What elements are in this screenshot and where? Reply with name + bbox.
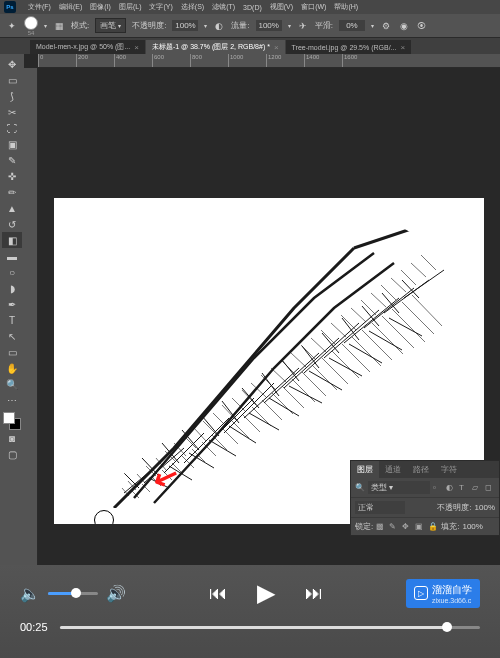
search-icon[interactable]: 🔍 (355, 483, 365, 493)
video-time: 00:25 (20, 621, 48, 633)
layer-opacity-label: 不透明度: (437, 502, 471, 513)
brush-panel-icon[interactable]: ▦ (53, 20, 65, 32)
brand-name: 溜溜自学 (432, 583, 472, 597)
stamp-tool[interactable]: ▲ (2, 200, 22, 216)
lock-pos-icon[interactable]: ✥ (402, 522, 412, 532)
fill-value[interactable]: 100% (462, 522, 482, 531)
menu-file[interactable]: 文件(F) (28, 2, 51, 12)
menu-help[interactable]: 帮助(H) (334, 2, 358, 12)
airbrush-icon[interactable]: ✈ (297, 20, 309, 32)
lock-label: 锁定: (355, 521, 373, 532)
edit-toolbar[interactable]: ⋯ (2, 392, 22, 408)
menu-select[interactable]: 选择(S) (181, 2, 204, 12)
close-icon[interactable]: × (274, 43, 279, 52)
menu-view[interactable]: 视图(V) (270, 2, 293, 12)
lock-artboard-icon[interactable]: ▣ (415, 522, 425, 532)
menu-type[interactable]: 文字(Y) (149, 2, 172, 12)
video-controls: 🔈 🔊 ⏮ ▶ ⏭ ▷ 溜溜自学 zixue.3d66.c 00:25 (0, 565, 500, 658)
tab-channels[interactable]: 通道 (379, 461, 407, 478)
heal-tool[interactable]: ✜ (2, 168, 22, 184)
menu-3d[interactable]: 3D(D) (243, 4, 262, 11)
brand-badge[interactable]: ▷ 溜溜自学 zixue.3d66.c (406, 579, 480, 608)
pen-tool[interactable]: ✒ (2, 296, 22, 312)
pressure-opacity-icon[interactable]: ◐ (213, 20, 225, 32)
chevron-down-icon[interactable]: ▾ (288, 22, 291, 29)
doc-tab-0[interactable]: Model-men-x.jpg @ 50% (图...× (30, 40, 145, 54)
doc-tab-2[interactable]: Tree-model.jpg @ 29.5% (RGB/...× (286, 40, 412, 54)
lock-trans-icon[interactable]: ▩ (376, 522, 386, 532)
volume-icon[interactable]: 🔊 (106, 584, 126, 603)
opacity-value[interactable]: 100% (172, 20, 198, 31)
volume-slider[interactable] (48, 592, 98, 595)
brand-url: zixue.3d66.c (432, 597, 472, 604)
quickmask-tool[interactable]: ◙ (2, 430, 22, 446)
color-swatch[interactable] (3, 412, 21, 430)
filter-type-icon[interactable]: T (459, 483, 469, 493)
fill-label: 填充: (441, 521, 459, 532)
filter-pixel-icon[interactable]: ▫ (433, 483, 443, 493)
layer-opacity-value[interactable]: 100% (475, 503, 495, 512)
lock-paint-icon[interactable]: ✎ (389, 522, 399, 532)
gradient-tool[interactable]: ▬ (2, 248, 22, 264)
blend-mode-select[interactable]: 正常 (355, 501, 405, 514)
path-tool[interactable]: ↖ (2, 328, 22, 344)
filter-type-select[interactable]: 类型 ▾ (368, 481, 430, 494)
smooth-options-icon[interactable]: ⚙ (380, 20, 392, 32)
filter-shape-icon[interactable]: ▱ (472, 483, 482, 493)
symmetry-icon[interactable]: ⦿ (416, 20, 428, 32)
eyedropper-tool[interactable]: ✎ (2, 152, 22, 168)
mode-label: 模式: (71, 20, 89, 31)
menu-layer[interactable]: 图层(L) (119, 2, 142, 12)
brush-size: 54 (28, 30, 35, 36)
mute-icon[interactable]: 🔈 (20, 584, 40, 603)
flow-label: 流量: (231, 20, 249, 31)
pressure-size-icon[interactable]: ◉ (398, 20, 410, 32)
tab-character[interactable]: 字符 (435, 461, 463, 478)
doc-tab-1[interactable]: 未标题-1 @ 38.7% (图层 2, RGB/8#) *× (146, 40, 285, 54)
lock-all-icon[interactable]: 🔒 (428, 522, 438, 532)
mode-select[interactable]: 画笔▾ (95, 18, 126, 33)
menu-filter[interactable]: 滤镜(T) (212, 2, 235, 12)
smooth-value[interactable]: 0% (339, 20, 365, 31)
lasso-tool[interactable]: ⟆ (2, 88, 22, 104)
toolbox: ✥ ▭ ⟆ ✂ ⛶ ▣ ✎ ✜ ✏ ▲ ↺ ◧ ▬ ○ ◗ ✒ T ↖ ▭ ✋ … (0, 54, 24, 565)
type-tool[interactable]: T (2, 312, 22, 328)
move-tool[interactable]: ✥ (2, 56, 22, 72)
filter-smart-icon[interactable]: ◻ (485, 483, 495, 493)
crop-tool[interactable]: ⛶ (2, 120, 22, 136)
close-icon[interactable]: × (400, 43, 405, 52)
prev-button[interactable]: ⏮ (209, 583, 227, 604)
dodge-tool[interactable]: ◗ (2, 280, 22, 296)
flow-value[interactable]: 100% (256, 20, 282, 31)
close-icon[interactable]: × (134, 43, 139, 52)
brush-cursor (94, 510, 114, 524)
brush-preview[interactable] (24, 16, 38, 30)
smooth-label: 平滑: (315, 20, 333, 31)
hand-tool[interactable]: ✋ (2, 360, 22, 376)
marquee-tool[interactable]: ▭ (2, 72, 22, 88)
tab-layers[interactable]: 图层 (351, 461, 379, 478)
shape-tool[interactable]: ▭ (2, 344, 22, 360)
zoom-tool[interactable]: 🔍 (2, 376, 22, 392)
menu-image[interactable]: 图像(I) (90, 2, 111, 12)
frame-tool[interactable]: ▣ (2, 136, 22, 152)
tab-paths[interactable]: 路径 (407, 461, 435, 478)
quick-select-tool[interactable]: ✂ (2, 104, 22, 120)
brush-dropdown-icon[interactable]: ▾ (44, 22, 47, 29)
brand-logo-icon: ▷ (414, 586, 428, 600)
play-button[interactable]: ▶ (257, 579, 275, 607)
menu-window[interactable]: 窗口(W) (301, 2, 326, 12)
chevron-down-icon[interactable]: ▾ (371, 22, 374, 29)
tool-preset-icon[interactable]: ✦ (6, 20, 18, 32)
eraser-tool[interactable]: ◧ (2, 232, 22, 248)
menu-edit[interactable]: 编辑(E) (59, 2, 82, 12)
ruler-vertical (24, 68, 38, 565)
brush-tool[interactable]: ✏ (2, 184, 22, 200)
next-button[interactable]: ⏭ (305, 583, 323, 604)
progress-slider[interactable] (60, 626, 480, 629)
filter-adjust-icon[interactable]: ◐ (446, 483, 456, 493)
chevron-down-icon[interactable]: ▾ (204, 22, 207, 29)
history-brush-tool[interactable]: ↺ (2, 216, 22, 232)
screenmode-tool[interactable]: ▢ (2, 446, 22, 462)
blur-tool[interactable]: ○ (2, 264, 22, 280)
